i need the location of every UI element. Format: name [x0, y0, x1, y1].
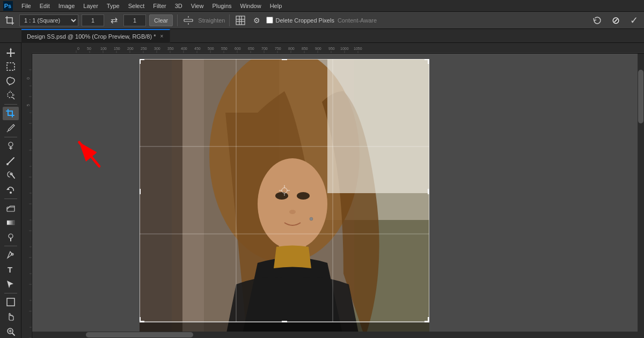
ratio-dropdown[interactable]: 1 : 1 (Square): [19, 14, 78, 26]
menu-type[interactable]: Type: [103, 0, 124, 12]
tool-history-brush[interactable]: [3, 183, 19, 196]
svg-text:1050: 1050: [354, 47, 362, 50]
svg-point-20: [6, 163, 9, 165]
settings-icon[interactable]: ⚙: [250, 14, 263, 27]
tool-pen[interactable]: [3, 248, 19, 262]
svg-rect-5: [236, 16, 245, 25]
svg-point-23: [10, 192, 12, 194]
delete-cropped-checkbox[interactable]: [266, 17, 273, 24]
vertical-scrollbar[interactable]: [638, 54, 644, 332]
crop-height-input[interactable]: [123, 14, 146, 26]
content-aware-label: Content-Aware: [338, 17, 377, 24]
horizontal-scrollbar[interactable]: [32, 332, 644, 338]
svg-text:450: 450: [194, 47, 201, 50]
menu-window[interactable]: Window: [236, 0, 266, 12]
svg-rect-128: [428, 59, 429, 64]
tab-title: Design SS.psd @ 100% (Crop Preview, RGB/…: [27, 33, 156, 40]
confirm-crop-icon[interactable]: ✓: [627, 13, 641, 27]
svg-line-13: [12, 97, 14, 99]
svg-rect-134: [282, 321, 287, 322]
menu-3d[interactable]: 3D: [171, 0, 187, 12]
app-logo: Ps: [2, 0, 14, 12]
svg-point-113: [297, 192, 310, 200]
svg-point-110: [258, 158, 327, 249]
ruler-top-svg: 0 50 100 150 200 250: [32, 43, 644, 53]
svg-text:200: 200: [127, 47, 134, 50]
svg-text:950: 950: [328, 47, 335, 50]
svg-text:900: 900: [315, 47, 321, 50]
menu-file[interactable]: File: [17, 0, 35, 12]
svg-text:750: 750: [275, 47, 281, 50]
svg-point-12: [8, 92, 13, 98]
menu-help[interactable]: Help: [266, 0, 287, 12]
tool-lasso[interactable]: [3, 74, 19, 87]
h-scrollbar-thumb[interactable]: [86, 332, 193, 337]
menu-select[interactable]: Select: [124, 0, 149, 12]
ruler-corner: [21, 43, 32, 54]
svg-text:550: 550: [221, 47, 228, 50]
crop-options-icon: [3, 14, 16, 27]
svg-text:300: 300: [154, 47, 160, 50]
tool-move[interactable]: [3, 45, 19, 58]
tool-eyedropper[interactable]: [3, 121, 19, 135]
tool-dodge[interactable]: [3, 230, 19, 244]
svg-rect-131: [140, 317, 141, 322]
menu-plugins[interactable]: Plugins: [208, 0, 236, 12]
menu-edit[interactable]: Edit: [35, 0, 54, 12]
svg-point-26: [9, 234, 13, 238]
canvas-image-container: [140, 59, 429, 338]
menu-filter[interactable]: Filter: [149, 0, 170, 12]
tool-marquee[interactable]: [3, 60, 19, 73]
svg-text:0: 0: [26, 77, 30, 79]
svg-point-112: [275, 192, 288, 200]
options-bar: 1 : 1 (Square) ⇄ Clear Straighten ⚙ Dele…: [0, 12, 644, 29]
tool-eraser[interactable]: [3, 201, 19, 215]
crop-width-input[interactable]: [82, 14, 104, 26]
tool-quick-select[interactable]: [3, 89, 19, 102]
tool-path-select[interactable]: [3, 277, 19, 291]
menu-image[interactable]: Image: [54, 0, 79, 12]
tool-hand[interactable]: [3, 310, 19, 324]
tool-clone[interactable]: [3, 168, 19, 182]
swap-icon[interactable]: ⇄: [107, 14, 120, 27]
svg-text:800: 800: [288, 47, 295, 50]
tool-text[interactable]: T: [3, 263, 19, 276]
canvas-area[interactable]: 0 50 100 150 200 250: [21, 43, 644, 338]
straighten-label: Straighten: [198, 17, 225, 24]
grid-overlay-icon[interactable]: [234, 14, 247, 27]
svg-marker-22: [6, 188, 10, 190]
cancel-crop-icon[interactable]: ⊘: [609, 13, 623, 27]
svg-rect-133: [428, 317, 429, 322]
tool-brush[interactable]: [3, 154, 19, 167]
svg-rect-135: [140, 189, 141, 194]
options-right-group: ⊘ ✓: [590, 13, 641, 27]
svg-rect-2: [184, 19, 193, 21]
svg-text:250: 250: [141, 47, 147, 50]
v-scrollbar-thumb[interactable]: [638, 70, 643, 123]
menu-layer[interactable]: Layer: [79, 0, 103, 12]
scene-svg: [140, 59, 429, 338]
svg-point-17: [9, 142, 13, 146]
tool-healing[interactable]: [3, 139, 19, 153]
delete-cropped-label[interactable]: Delete Cropped Pixels: [266, 17, 334, 24]
document-tab[interactable]: Design SS.psd @ 100% (Crop Preview, RGB/…: [21, 29, 170, 43]
svg-text:850: 850: [302, 47, 308, 50]
svg-text:1000: 1000: [340, 47, 349, 50]
tool-zoom[interactable]: [3, 325, 19, 338]
svg-rect-136: [428, 189, 429, 194]
main-layout: T: [0, 43, 644, 338]
reset-icon[interactable]: [590, 13, 604, 27]
svg-text:350: 350: [167, 47, 174, 50]
clear-button[interactable]: Clear: [149, 14, 173, 26]
menu-view[interactable]: View: [187, 0, 208, 12]
red-arrow-annotation: [43, 129, 107, 172]
tool-gradient[interactable]: [3, 216, 19, 229]
tab-close-button[interactable]: ×: [159, 33, 164, 39]
straighten-icon[interactable]: [182, 14, 195, 27]
ruler-top: 0 50 100 150 200 250: [32, 43, 644, 54]
toolbar: T: [0, 43, 21, 338]
menu-bar: Ps File Edit Image Layer Type Select Fil…: [0, 0, 644, 12]
tool-shape[interactable]: [3, 296, 19, 309]
svg-point-118: [310, 217, 313, 221]
tool-crop[interactable]: [3, 107, 19, 120]
